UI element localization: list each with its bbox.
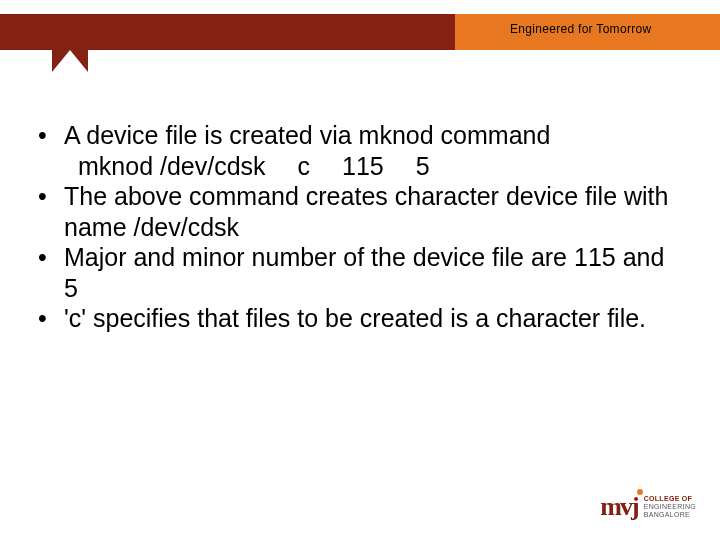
bullet-text: The above command creates character devi…	[64, 181, 682, 242]
logo-text: College of Engineering Bangalore	[644, 495, 696, 518]
header-tagline: Engineered for Tomorrow	[510, 22, 651, 36]
bullet-subtext: mknod /dev/cdsk c 115 5	[38, 151, 682, 182]
slide-content: • A device file is created via mknod com…	[38, 120, 682, 334]
bullet-marker: •	[38, 181, 64, 242]
logo-line1: College of	[644, 495, 696, 503]
footer-logo: mvj College of Engineering Bangalore	[600, 492, 696, 522]
bullet-marker: •	[38, 120, 64, 151]
logo-dot-icon	[637, 489, 643, 495]
bullet-marker: •	[38, 303, 64, 334]
bullet-marker: •	[38, 242, 64, 303]
header-main-bar	[0, 14, 455, 50]
logo-mark: mvj	[600, 492, 637, 522]
header-notch-cut	[52, 50, 88, 72]
logo-mark-text: mvj	[600, 492, 637, 521]
bullet-text: 'c' specifies that files to be created i…	[64, 303, 682, 334]
bullet-text: A device file is created via mknod comma…	[64, 120, 682, 151]
logo-line3: Bangalore	[644, 511, 696, 519]
bullet-item: • Major and minor number of the device f…	[38, 242, 682, 303]
logo-line2: Engineering	[644, 503, 696, 511]
bullet-text: Major and minor number of the device fil…	[64, 242, 682, 303]
bullet-item: • The above command creates character de…	[38, 181, 682, 242]
bullet-item: • 'c' specifies that files to be created…	[38, 303, 682, 334]
bullet-item: • A device file is created via mknod com…	[38, 120, 682, 151]
